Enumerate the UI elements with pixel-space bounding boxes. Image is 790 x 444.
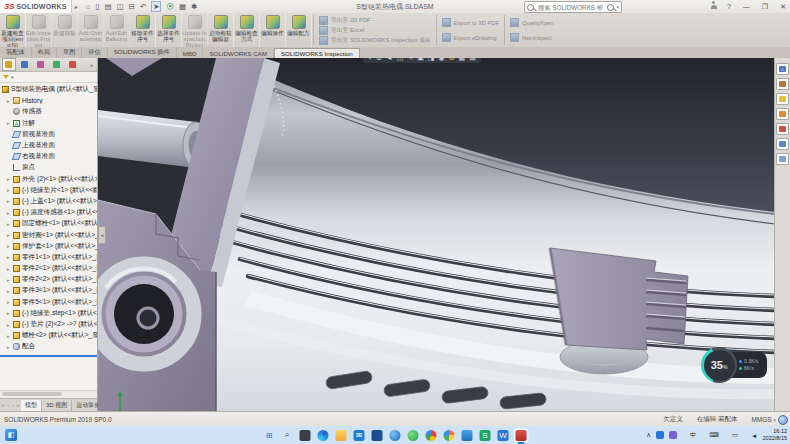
edit-inspection-project-button[interactable]: Edit Inspection Project xyxy=(26,13,52,47)
tree-item[interactable]: ▸ (-) 绝缘垫片<1> (默认<<默认>_显 xyxy=(0,185,97,196)
annotation-view-icon[interactable]: ✎ xyxy=(407,58,413,61)
launch-inspection-editor-button[interactable]: 启动检核编辑器 xyxy=(208,13,234,47)
dimxpertmanager-tab[interactable] xyxy=(49,58,63,71)
commandmanager-tab[interactable]: MBD xyxy=(177,49,204,58)
search-button[interactable]: ⌕ xyxy=(282,430,293,441)
taskview-icon[interactable] xyxy=(300,430,311,441)
file-explorer-icon[interactable] xyxy=(336,430,347,441)
help-button[interactable]: ? xyxy=(725,3,733,10)
export-inspection-project-item[interactable]: 导出至 SOLIDWORKS Inspection 项目 xyxy=(319,36,431,45)
tree-item[interactable]: ▸ (-) 温度传感器<1> (默认<<默认>_ xyxy=(0,207,97,218)
tree-item[interactable]: ▸ 零件5<1> (默认<<默认>_显示状 xyxy=(0,297,97,308)
appearances-scenes-tab[interactable] xyxy=(776,123,789,135)
zoom-fit-icon[interactable]: ⌖ xyxy=(368,58,372,61)
antivirus-green-icon[interactable] xyxy=(408,430,419,441)
search-dropdown-icon[interactable]: ▾ xyxy=(616,4,619,10)
volume-icon[interactable]: ◄ xyxy=(743,431,757,439)
tree-item[interactable]: ▸ 保护套<1> (默认<<默认>_显示状 xyxy=(0,241,97,252)
configurationmanager-tab[interactable] xyxy=(34,58,48,71)
tree-horizontal-scrollbar[interactable] xyxy=(0,390,97,398)
restore-button[interactable]: ❐ xyxy=(760,3,770,11)
new-file-icon[interactable]: ▯ xyxy=(95,2,99,11)
tree-item[interactable]: ▸ 配合 xyxy=(0,341,97,352)
propertymanager-tab[interactable] xyxy=(18,58,32,71)
filter-dropdown-icon[interactable]: ▾ xyxy=(11,74,14,80)
tree-item[interactable]: ▸ 密封圈<1> (默认<<默认>_显示状 xyxy=(0,229,97,240)
menu-flyout-icon[interactable]: ▸ xyxy=(75,3,78,10)
commandmanager-tab[interactable]: SOLIDWORKS CAM xyxy=(203,49,273,58)
search-go-icon[interactable] xyxy=(607,4,614,11)
edit-recipe-button[interactable]: 编辑配方 xyxy=(286,13,312,47)
view-tab[interactable]: 模型 xyxy=(21,400,42,411)
tray-app-blue-icon[interactable] xyxy=(656,431,664,439)
tree-item[interactable]: ▸ 零件2<2> (默认<<默认>_显示状 xyxy=(0,274,97,285)
file-properties-icon[interactable]: ▦ xyxy=(179,2,186,11)
solidworks-app-icon[interactable] xyxy=(516,430,527,441)
export-2d-pdf-item[interactable]: 导出至 2D PDF xyxy=(319,16,431,25)
tree-item[interactable]: ▸ (-) 上盖<1> (默认<<默认>_显示状 xyxy=(0,196,97,207)
store-icon[interactable] xyxy=(372,430,383,441)
cpu-percent-circle[interactable]: 35 % xyxy=(701,347,737,383)
tree-item[interactable]: ▸ 右视基准面 xyxy=(0,151,97,162)
commandmanager-tab[interactable]: 布局 xyxy=(32,47,57,58)
commandmanager-tab[interactable]: SOLIDWORKS 插件 xyxy=(108,47,177,58)
tree-item[interactable]: ▸ 原点 xyxy=(0,162,97,173)
add-characteristic-button[interactable]: Add Characteristic xyxy=(78,13,104,47)
tray-shield-icon[interactable] xyxy=(669,431,677,439)
export-excel-item[interactable]: 导出至 Excel xyxy=(319,26,431,35)
commandmanager-tab[interactable]: SOLIDWORKS Inspection xyxy=(274,48,360,58)
start-button[interactable]: ⊞ xyxy=(264,430,275,441)
design-library-tab[interactable] xyxy=(776,78,789,90)
commandmanager-tab[interactable]: 评估 xyxy=(82,47,107,58)
export-3d-pdf-item[interactable]: Export to 3D PDF xyxy=(442,18,499,27)
view-orientation-icon[interactable]: ▣ xyxy=(417,58,424,61)
search-input[interactable] xyxy=(536,3,605,12)
ime-language-indicator[interactable]: 中 xyxy=(682,431,697,440)
tree-item[interactable]: ▸ 固定螺栓<1> (默认<<默认>_显示 xyxy=(0,218,97,229)
wps-icon[interactable]: W xyxy=(498,430,509,441)
tree-item[interactable]: ▸ (-) 绝缘垫.step<1> (默认<<默认> xyxy=(0,308,97,319)
view-palette-tab[interactable] xyxy=(776,108,789,120)
tree-item[interactable]: ▸ 螺栓<2> (默认<<默认>_显示状态 xyxy=(0,330,97,341)
units-selector[interactable]: MMGS ▾ xyxy=(751,416,776,423)
update-inspection-project-button[interactable]: Update Inspection Project xyxy=(182,13,208,47)
new-template-button[interactable]: 新建模板 xyxy=(52,13,78,47)
net-inspect-item[interactable]: Net-Inspect xyxy=(510,33,554,42)
select-cursor-icon[interactable]: ➤ xyxy=(151,1,161,12)
tree-item[interactable]: ▸ 外壳 (2)<1> (默认<<默认>_显示状 xyxy=(0,174,97,185)
green-s-app-icon[interactable]: S xyxy=(480,430,491,441)
panel-collapse-arrow[interactable]: ◂ xyxy=(98,226,106,244)
apply-scene-icon[interactable]: ▦ xyxy=(459,58,466,61)
solidworks-forum-tab[interactable] xyxy=(776,153,789,165)
tree-item[interactable]: ▸ 零件2<1> (默认<<默认>_显示状 xyxy=(0,263,97,274)
tree-item[interactable]: ▸ 传感器 xyxy=(0,106,97,117)
export-edrawing-item[interactable]: Export eDrawing xyxy=(442,33,499,42)
home-icon[interactable]: ⌂ xyxy=(86,2,91,11)
rebuild-traffic-light-icon[interactable]: ⦿ xyxy=(166,2,174,11)
ime-keyboard-icon[interactable]: ⌨ xyxy=(702,431,719,439)
remove-balloon-button[interactable]: 移除零件序号 xyxy=(130,13,156,47)
browser-colorful-icon[interactable] xyxy=(444,430,455,441)
solidworks-resources-tab[interactable]: ⌂ xyxy=(776,63,789,75)
tree-item[interactable]: ▸ 注解 xyxy=(0,118,97,129)
notes-blue-icon[interactable] xyxy=(462,430,473,441)
display-style-icon[interactable]: ◨ xyxy=(428,58,435,61)
hide-show-items-icon[interactable]: ◉ xyxy=(439,58,445,61)
browser-blue-icon[interactable] xyxy=(390,430,401,441)
zoom-area-icon[interactable]: ⊕ xyxy=(376,58,382,61)
tree-splitter[interactable] xyxy=(0,355,97,357)
tray-expand-icon[interactable]: ∧ xyxy=(638,431,651,439)
search-box[interactable]: ▾ xyxy=(524,1,622,13)
mail-icon[interactable]: ✉ xyxy=(354,430,365,441)
print-icon[interactable]: ⊟ xyxy=(129,2,135,11)
chrome-icon[interactable] xyxy=(426,430,437,441)
displaymanager-tab[interactable] xyxy=(65,58,79,71)
tree-item[interactable]: ▸ History xyxy=(0,95,97,106)
taskbar-clock[interactable]: 16:12 2022/8/15 xyxy=(763,428,787,441)
custom-properties-tab[interactable] xyxy=(776,138,789,150)
edit-inspection-method-button[interactable]: 编辑检查方式 xyxy=(234,13,260,47)
qualityxpert-item[interactable]: QualityXpert xyxy=(510,18,554,27)
tree-item[interactable]: ▸ 上视基准面 xyxy=(0,140,97,151)
manager-tab-overflow[interactable]: » xyxy=(81,58,95,71)
new-inspection-project-button[interactable]: 新建检查项目(emp;N) xyxy=(0,13,26,47)
